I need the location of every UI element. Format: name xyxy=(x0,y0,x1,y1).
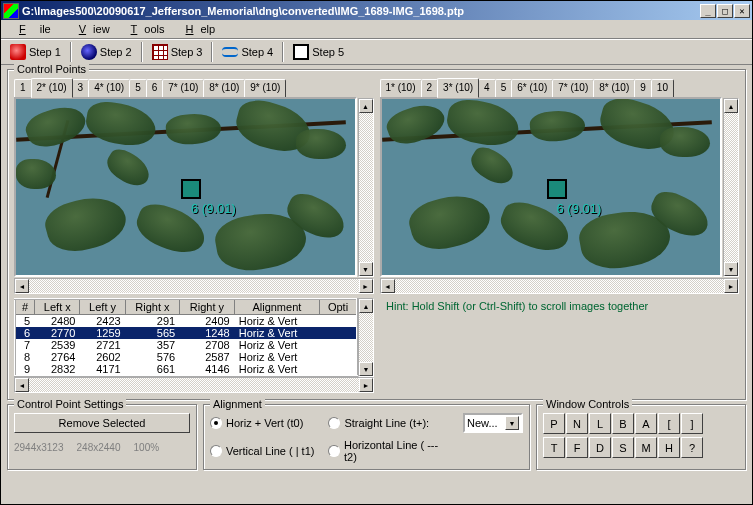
right-tab-7[interactable]: 7* (10) xyxy=(552,79,594,99)
col-header[interactable]: Alignment xyxy=(234,299,319,315)
right-tab-4[interactable]: 4 xyxy=(478,79,496,99)
menubar: File View Tools Help xyxy=(1,20,752,39)
chevron-down-icon: ▼ xyxy=(505,416,519,430)
right-tab-10[interactable]: 10 xyxy=(651,79,674,99)
radio-horizontal-line[interactable]: Horizontal Line ( --- t2) xyxy=(328,439,449,463)
step4-icon xyxy=(222,44,238,60)
col-header[interactable]: Left x xyxy=(35,299,80,315)
left-tab-2[interactable]: 2* (10) xyxy=(31,78,73,98)
control-point-marker[interactable] xyxy=(181,179,201,199)
wc-btn-F[interactable]: F xyxy=(566,437,588,458)
dim-left: 2944x3123 xyxy=(14,442,74,453)
left-tab-1[interactable]: 1 xyxy=(14,79,32,99)
table-row[interactable]: 6277012595651248Horiz & Vert xyxy=(15,327,357,339)
right-tab-9[interactable]: 9 xyxy=(634,79,652,99)
wc-btn-D[interactable]: D xyxy=(589,437,611,458)
window-title: G:\Images500\20090617_Jefferson_Memorial… xyxy=(22,5,700,17)
wc-btn-M[interactable]: M xyxy=(635,437,657,458)
wc-btn-N[interactable]: N xyxy=(566,413,588,434)
col-header[interactable]: # xyxy=(15,299,35,315)
minimize-button[interactable]: _ xyxy=(700,4,716,18)
step3-icon xyxy=(152,44,168,60)
wc-btn-P[interactable]: P xyxy=(543,413,565,434)
remove-selected-button[interactable]: Remove Selected xyxy=(14,413,190,433)
wc-btn-B[interactable]: B xyxy=(612,413,634,434)
left-tab-7[interactable]: 7* (10) xyxy=(162,79,204,99)
cps-legend: Control Point Settings xyxy=(14,398,126,410)
left-tab-3[interactable]: 3 xyxy=(72,79,90,99)
step-1-button[interactable]: Step 1 xyxy=(5,41,66,63)
cp-settings-group: Control Point Settings Remove Selected 2… xyxy=(7,404,197,470)
table-row[interactable]: 5248024232912409Horiz & Vert xyxy=(15,315,357,328)
left-hscroll[interactable]: ◄► xyxy=(14,278,374,294)
step1-icon xyxy=(10,44,26,60)
wc-btn-x[interactable]: ? xyxy=(681,437,703,458)
close-button[interactable]: ✕ xyxy=(734,4,750,18)
step5-icon xyxy=(293,44,309,60)
wc-legend: Window Controls xyxy=(543,398,632,410)
step-5-button[interactable]: Step 5 xyxy=(288,41,349,63)
step-3-button[interactable]: Step 3 xyxy=(147,41,208,63)
zoom-pct: 100% xyxy=(134,442,170,453)
wc-btn-L[interactable]: L xyxy=(589,413,611,434)
right-tab-8[interactable]: 8* (10) xyxy=(593,79,635,99)
col-header[interactable]: Right x xyxy=(125,299,180,315)
table-row[interactable]: 7253927213572708Horiz & Vert xyxy=(15,339,357,351)
radio-vertical-line[interactable]: Vertical Line ( | t1) xyxy=(210,445,314,457)
wc-btn-A[interactable]: A xyxy=(635,413,657,434)
marker-label: 6 (9.01) xyxy=(191,201,236,216)
window-controls-group: Window Controls PNLBA[] TFDSMH? xyxy=(536,404,746,470)
left-tab-6[interactable]: 6 xyxy=(146,79,164,99)
radio-horiz-vert[interactable]: Horiz + Vert (t0) xyxy=(210,417,314,429)
left-vscroll[interactable]: ▲▼ xyxy=(358,98,374,277)
right-tab-2[interactable]: 2 xyxy=(421,79,439,99)
table-vscroll[interactable]: ▲▼ xyxy=(358,298,374,377)
maximize-button[interactable]: □ xyxy=(717,4,733,18)
right-hscroll[interactable]: ◄► xyxy=(380,278,740,294)
straight-line-select[interactable]: New...▼ xyxy=(463,413,523,433)
menu-file[interactable]: File xyxy=(5,21,65,37)
toolbar: Step 1 Step 2 Step 3 Step 4 Step 5 xyxy=(1,39,752,65)
control-points-group: Control Points 12* (10)34* (10)567* (10)… xyxy=(7,69,746,400)
right-vscroll[interactable]: ▲▼ xyxy=(723,98,739,277)
step-4-button[interactable]: Step 4 xyxy=(217,41,278,63)
col-header[interactable]: Opti xyxy=(320,299,357,315)
wc-btn-H[interactable]: H xyxy=(658,437,680,458)
menu-help[interactable]: Help xyxy=(172,21,223,37)
menu-tools[interactable]: Tools xyxy=(117,21,172,37)
right-tab-6[interactable]: 6* (10) xyxy=(511,79,553,99)
app-icon xyxy=(3,3,19,19)
cp-legend: Control Points xyxy=(14,63,89,75)
col-header[interactable]: Left y xyxy=(80,299,125,315)
marker-label: 6 (9.01) xyxy=(557,201,602,216)
dim-right: 248x2440 xyxy=(77,442,131,453)
wc-btn-T[interactable]: T xyxy=(543,437,565,458)
left-image-pane[interactable]: 6 (9.01) xyxy=(14,97,357,277)
right-tab-5[interactable]: 5 xyxy=(495,79,513,99)
right-tabstrip: 1* (10)23* (10)456* (10)7* (10)8* (10)91… xyxy=(380,78,740,98)
radio-straight-line[interactable]: Straight Line (t+): xyxy=(328,417,449,429)
table-row[interactable]: 8276426025762587Horiz & Vert xyxy=(15,351,357,363)
table-hscroll[interactable]: ◄► xyxy=(14,377,374,393)
control-point-marker[interactable] xyxy=(547,179,567,199)
alignment-group: Alignment Horiz + Vert (t0) Straight Lin… xyxy=(203,404,530,470)
left-tabstrip: 12* (10)34* (10)567* (10)8* (10)9* (10) xyxy=(14,78,374,98)
step2-icon xyxy=(81,44,97,60)
table-row[interactable]: 9283241716614146Horiz & Vert xyxy=(15,363,357,376)
hint-text: Hint: Hold Shift (or Ctrl-Shift) to scro… xyxy=(382,298,652,393)
align-legend: Alignment xyxy=(210,398,265,410)
menu-view[interactable]: View xyxy=(65,21,117,37)
left-tab-5[interactable]: 5 xyxy=(129,79,147,99)
wc-btn-S[interactable]: S xyxy=(612,437,634,458)
right-image-pane[interactable]: 6 (9.01) xyxy=(380,97,723,277)
left-tab-4[interactable]: 4* (10) xyxy=(88,79,130,99)
col-header[interactable]: Right y xyxy=(180,299,235,315)
control-points-table[interactable]: #Left xLeft yRight xRight yAlignmentOpti… xyxy=(14,298,358,377)
left-tab-9[interactable]: 9* (10) xyxy=(244,79,286,99)
left-tab-8[interactable]: 8* (10) xyxy=(203,79,245,99)
right-tab-1[interactable]: 1* (10) xyxy=(380,79,422,99)
right-tab-3[interactable]: 3* (10) xyxy=(437,78,479,98)
wc-btn-x[interactable]: [ xyxy=(658,413,680,434)
wc-btn-x[interactable]: ] xyxy=(681,413,703,434)
step-2-button[interactable]: Step 2 xyxy=(76,41,137,63)
